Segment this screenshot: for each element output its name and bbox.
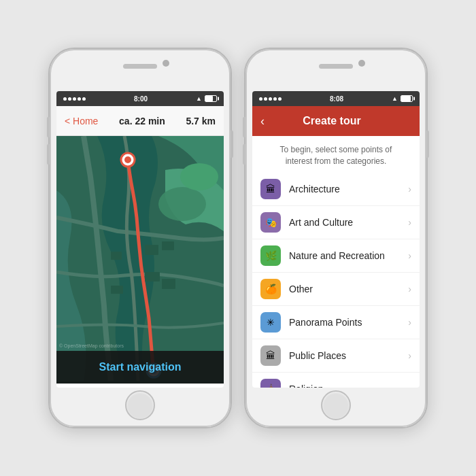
category-label-panorama: Panorama Points bbox=[289, 317, 408, 328]
left-phone: 8:00 ▲ < Home ca. 22 min 5.7 km bbox=[48, 48, 232, 428]
svg-rect-9 bbox=[111, 252, 122, 260]
category-item-public-places[interactable]: 🏛 Public Places › bbox=[252, 339, 420, 373]
category-item-panorama[interactable]: ✳ Panorama Points › bbox=[252, 306, 420, 339]
svg-point-4 bbox=[124, 156, 131, 163]
left-navbar: < Home ca. 22 min 5.7 km bbox=[56, 106, 224, 136]
svg-rect-8 bbox=[162, 241, 174, 250]
left-status-right: ▲ bbox=[196, 95, 217, 102]
right-screen: 8:08 ▲ ‹ Create tour To begin, select s bbox=[252, 91, 420, 388]
chevron-right-icon-panorama: › bbox=[408, 317, 411, 328]
category-item-nature-recreation[interactable]: 🌿 Nature and Recreation › bbox=[252, 239, 420, 273]
speaker bbox=[123, 64, 157, 69]
category-icon-panorama: ✳ bbox=[260, 312, 281, 333]
volume-up-button-right bbox=[243, 117, 245, 137]
volume-down-button bbox=[47, 144, 50, 165]
chevron-right-icon-architecture: › bbox=[408, 184, 411, 194]
speaker-right bbox=[319, 64, 353, 69]
svg-rect-11 bbox=[111, 286, 123, 294]
home-button-left[interactable] bbox=[125, 390, 155, 420]
svg-rect-10 bbox=[145, 272, 160, 282]
chevron-right-icon-public-places: › bbox=[408, 350, 411, 361]
create-tour-title: Create tour bbox=[265, 115, 399, 127]
back-button-left[interactable]: < Home bbox=[65, 116, 98, 126]
category-label-art-culture: Art and Culture bbox=[289, 217, 408, 228]
category-item-art-culture[interactable]: 🎭 Art and Culture › bbox=[252, 206, 420, 239]
right-status-right: ▲ bbox=[392, 95, 413, 102]
category-icon-architecture: 🏛 bbox=[260, 179, 281, 199]
right-time: 8:08 bbox=[330, 95, 343, 103]
start-navigation-button[interactable]: Start navigation bbox=[99, 361, 182, 373]
start-navigation-bar[interactable]: Start navigation bbox=[56, 351, 224, 384]
chevron-right-icon-other: › bbox=[408, 284, 411, 294]
category-label-nature-recreation: Nature and Recreation bbox=[289, 250, 408, 261]
right-phone: 8:08 ▲ ‹ Create tour To begin, select s bbox=[244, 48, 428, 428]
home-button-right[interactable] bbox=[321, 390, 351, 420]
nav-duration: ca. 22 min bbox=[98, 116, 186, 126]
svg-rect-7 bbox=[145, 245, 158, 255]
left-screen: 8:00 ▲ < Home ca. 22 min 5.7 km bbox=[56, 91, 224, 388]
category-label-public-places: Public Places bbox=[289, 350, 408, 361]
svg-point-1 bbox=[158, 187, 206, 221]
category-icon-other: 🍊 bbox=[260, 279, 281, 299]
category-label-religion: Religion bbox=[289, 384, 408, 388]
signal-icon-right: ▲ bbox=[392, 95, 398, 102]
nav-distance: 5.7 km bbox=[186, 116, 216, 126]
svg-point-2 bbox=[180, 163, 218, 190]
category-label-other: Other bbox=[289, 284, 408, 294]
phones-container: 8:00 ▲ < Home ca. 22 min 5.7 km bbox=[48, 48, 428, 428]
power-button-right bbox=[426, 131, 429, 158]
power-button bbox=[231, 131, 233, 158]
chevron-right-icon-nature-recreation: › bbox=[408, 250, 411, 261]
signal-icon: ▲ bbox=[196, 95, 202, 102]
left-time: 8:00 bbox=[134, 95, 148, 103]
svg-rect-12 bbox=[162, 279, 175, 289]
signal-dots-right bbox=[259, 97, 282, 101]
category-icon-public-places: 🏛 bbox=[260, 345, 281, 366]
category-item-religion[interactable]: ⛪ Religion › bbox=[252, 373, 420, 388]
front-camera bbox=[163, 60, 169, 67]
right-status-bar: 8:08 ▲ bbox=[252, 91, 420, 106]
volume-up-button bbox=[47, 117, 50, 137]
category-item-other[interactable]: 🍊 Other › bbox=[252, 273, 420, 306]
front-camera-right bbox=[358, 60, 365, 67]
map-area[interactable]: © OpenStreetMap contributors Start navig… bbox=[56, 136, 224, 384]
category-icon-nature-recreation: 🌿 bbox=[260, 245, 281, 266]
create-tour-subtitle: To begin, select some points of interest… bbox=[252, 136, 420, 173]
create-tour-navbar: ‹ Create tour bbox=[252, 106, 420, 136]
category-item-architecture[interactable]: 🏛 Architecture › bbox=[252, 173, 420, 206]
map-watermark: © OpenStreetMap contributors bbox=[59, 343, 124, 348]
left-status-bar: 8:00 ▲ bbox=[56, 91, 224, 106]
category-icon-art-culture: 🎭 bbox=[260, 212, 281, 233]
category-list: 🏛 Architecture › 🎭 Art and Culture › 🌿 N… bbox=[252, 173, 420, 388]
category-label-architecture: Architecture bbox=[289, 184, 408, 194]
category-icon-religion: ⛪ bbox=[260, 379, 281, 388]
chevron-right-icon-religion: › bbox=[408, 384, 411, 388]
volume-down-button-right bbox=[243, 144, 245, 165]
battery-icon bbox=[205, 95, 217, 102]
chevron-right-icon-art-culture: › bbox=[408, 217, 411, 228]
battery-icon-right bbox=[401, 95, 413, 102]
signal-dots bbox=[63, 97, 86, 101]
